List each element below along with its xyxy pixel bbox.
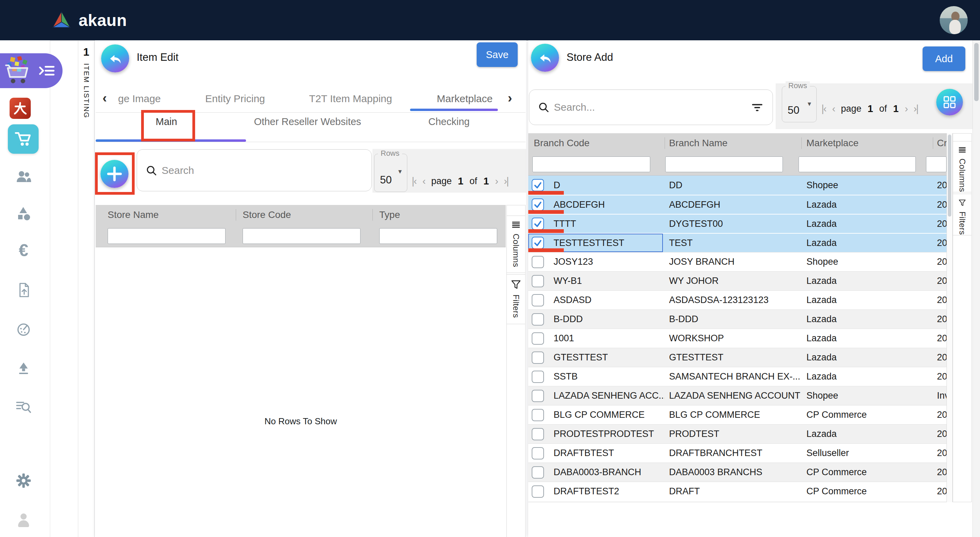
prev-page-button[interactable]: ‹ — [832, 103, 835, 114]
subtab-checking[interactable]: Checking — [428, 116, 470, 127]
row-checkbox[interactable] — [532, 409, 544, 421]
subtab-main[interactable]: Main — [156, 116, 177, 127]
back-button[interactable] — [531, 44, 559, 72]
filter-marketplace-input[interactable] — [799, 156, 916, 172]
scrollbar-thumb[interactable] — [974, 43, 978, 101]
tabs-scroll-left[interactable]: ‹ — [102, 91, 107, 106]
row-checkbox[interactable] — [532, 294, 544, 307]
item-listing-tab[interactable]: 1 ITEM LISTING — [78, 40, 94, 163]
column-header-store-code[interactable]: Store Code — [236, 205, 372, 225]
sidebar-item-currency[interactable]: € — [16, 243, 32, 258]
table-row[interactable]: BLG CP COMMERCEBLG CP COMMERCECP Commerc… — [528, 405, 947, 424]
table-row[interactable]: WY-B1WY JOHORLazada20 — [528, 271, 947, 290]
row-checkbox[interactable] — [532, 428, 544, 440]
sidebar-item-categories[interactable] — [16, 207, 32, 222]
row-checkbox[interactable] — [532, 447, 544, 459]
row-checkbox[interactable] — [532, 332, 544, 345]
table-row[interactable]: TESTTESTTESTTESTLazada20 — [528, 233, 947, 252]
sidebar-item-upload[interactable] — [16, 360, 32, 376]
row-checkbox[interactable] — [532, 313, 544, 326]
table-row[interactable]: DRAFTBTESTDRAFTBRANCHTESTSelluseller20 — [528, 443, 947, 462]
table-scrollbar[interactable] — [947, 133, 953, 502]
filter-store-code-input[interactable] — [243, 228, 361, 244]
row-checkbox[interactable] — [532, 179, 544, 191]
sidebar-item-file-import[interactable] — [16, 282, 32, 298]
tool-tab-filters[interactable]: Filters — [506, 274, 525, 324]
column-header-store-name[interactable]: Store Name — [95, 205, 236, 225]
tool-tab-columns[interactable]: Columns — [506, 216, 525, 273]
table-row[interactable]: SSTBSAMSANTECH BRANCH EX-...Lazada20 — [528, 367, 947, 386]
sidebar-item-dahua-app[interactable] — [10, 98, 31, 119]
filter-type-input[interactable] — [379, 228, 497, 244]
column-header-marketplace[interactable]: Marketplace — [801, 133, 933, 153]
search-input[interactable] — [162, 165, 363, 176]
grid-view-button[interactable] — [936, 89, 963, 116]
row-checkbox[interactable] — [532, 256, 544, 268]
tab-ge-image[interactable]: ge Image — [118, 93, 161, 105]
table-row[interactable]: ASDASDASDASDSA-123123123Lazada20 — [528, 290, 947, 310]
sidebar-item-search-listing[interactable] — [16, 399, 32, 415]
row-checkbox[interactable] — [532, 390, 544, 402]
search-input[interactable] — [554, 102, 746, 113]
sidebar-item-settings[interactable] — [16, 473, 32, 488]
row-checkbox[interactable] — [532, 351, 544, 364]
user-avatar[interactable] — [940, 6, 968, 34]
row-checkbox[interactable] — [532, 199, 544, 211]
table-row[interactable]: DABA0003-BRANCHDABA0003 BRANCHSCP Commer… — [528, 462, 947, 481]
last-page-button[interactable]: ›| — [913, 103, 918, 114]
page-scrollbar[interactable] — [972, 40, 980, 537]
tool-tab-filters[interactable]: Filters — [953, 194, 972, 235]
sidebar-item-contacts[interactable] — [16, 169, 32, 184]
rows-per-page[interactable]: Rows 50 ▼ — [782, 86, 817, 122]
chevron-down-icon[interactable]: ▼ — [807, 101, 812, 108]
tab-entity-pricing[interactable]: Entity Pricing — [205, 93, 265, 105]
row-checkbox[interactable] — [532, 275, 544, 287]
table-row[interactable]: ABCDEFGHABCDEFGHLazada20 — [528, 195, 947, 214]
add-store-button[interactable] — [100, 160, 129, 188]
column-header-created[interactable]: Cr — [933, 133, 947, 153]
table-row[interactable]: B-DDDB-DDDLazada20 — [528, 310, 947, 329]
row-checkbox[interactable] — [532, 371, 544, 383]
row-checkbox[interactable] — [532, 218, 544, 230]
last-page-button[interactable]: ›| — [504, 176, 508, 187]
column-header-branch-name[interactable]: Branch Name — [665, 133, 801, 153]
table-row[interactable]: LAZADA SENHENG ACC...LAZADA SENHENG ACCO… — [528, 386, 947, 405]
table-row[interactable]: DRAFTBTEST2DRAFTCP Commerce20 — [528, 481, 947, 501]
add-button[interactable]: Add — [923, 46, 965, 71]
filter-branch-code-input[interactable] — [532, 156, 650, 172]
column-header-type[interactable]: Type — [372, 205, 506, 225]
tabs-scroll-right[interactable]: › — [508, 91, 512, 106]
rows-per-page[interactable]: Rows 50 ▼ — [374, 154, 407, 192]
column-header-branch-code[interactable]: Branch Code — [528, 133, 665, 153]
row-checkbox[interactable] — [532, 485, 544, 498]
subtab-other-reseller-websites[interactable]: Other Reseller Websites — [254, 116, 361, 127]
sidebar-app-banner[interactable] — [0, 53, 62, 88]
table-row[interactable]: DDDShopee20 — [528, 176, 947, 195]
prev-page-button[interactable]: ‹ — [422, 176, 425, 187]
filter-branch-name-input[interactable] — [665, 156, 783, 172]
tab-t2t-item-mapping[interactable]: T2T Item Mapping — [309, 93, 392, 105]
tab-marketplace[interactable]: Marketplace — [437, 93, 492, 105]
table-row[interactable]: PRODTESTPRODTESTPRODTESTLazada20 — [528, 424, 947, 443]
scrollbar-thumb[interactable] — [948, 135, 951, 216]
first-page-button[interactable]: |‹ — [412, 176, 416, 187]
filter-store-name-input[interactable] — [108, 228, 226, 244]
tool-tab-columns[interactable]: Columns — [953, 141, 972, 192]
row-checkbox[interactable] — [532, 237, 544, 249]
next-page-button[interactable]: › — [905, 103, 908, 114]
table-row[interactable]: JOSY123JOSY BRANCHShopee20 — [528, 252, 947, 271]
chevron-down-icon[interactable]: ▼ — [397, 168, 403, 175]
row-checkbox[interactable] — [532, 466, 544, 478]
first-page-button[interactable]: |‹ — [821, 103, 826, 114]
back-button[interactable] — [101, 44, 129, 72]
table-row[interactable]: GTESTTESTGTESTTESTLazada20 — [528, 348, 947, 367]
save-button[interactable]: Save — [477, 42, 518, 67]
sidebar-item-marketplace-app[interactable] — [8, 124, 38, 154]
sidebar-item-profile[interactable] — [16, 512, 32, 528]
filter-created-input[interactable] — [926, 156, 947, 172]
sidebar-item-scheduler[interactable] — [16, 321, 32, 337]
table-row[interactable]: 1001WORKSHOPLazada20 — [528, 329, 947, 348]
next-page-button[interactable]: › — [495, 176, 498, 187]
filter-sort-icon[interactable] — [751, 102, 764, 113]
table-row[interactable]: TTTTDYGTEST00Lazada20 — [528, 214, 947, 233]
